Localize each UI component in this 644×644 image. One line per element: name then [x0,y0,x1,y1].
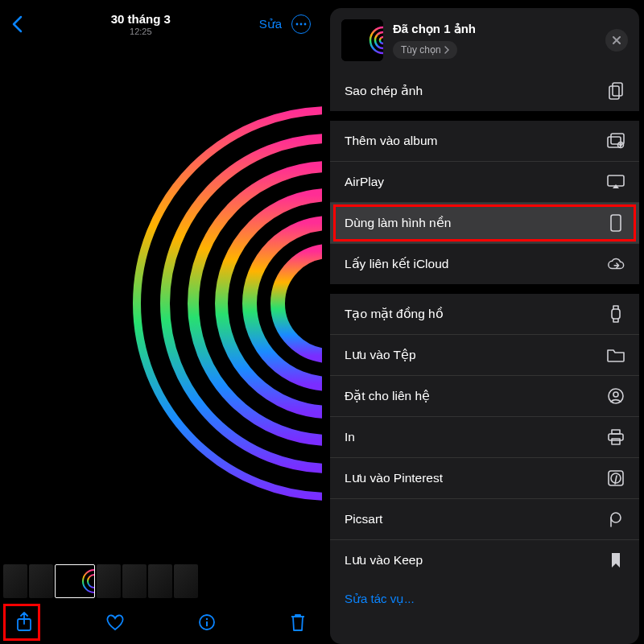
bookmark-icon [607,551,625,569]
sheet-title: Đã chọn 1 ảnh [393,22,596,36]
thumbnail[interactable] [97,564,121,598]
action-row[interactable]: Tạo mặt đồng hồ [330,294,639,334]
action-row[interactable]: Lưu vào Keep [330,539,639,580]
favorite-button[interactable] [105,611,125,634]
action-row[interactable]: AirPlay [330,161,639,202]
action-group: Sao chép ảnh [330,71,639,111]
action-row[interactable]: In [330,416,639,457]
action-label: Lưu vào Tệp [345,348,416,362]
action-group: Tạo mặt đồng hồLưu vào TệpĐặt cho liên h… [330,284,639,580]
thumbnail-selected[interactable] [55,564,95,598]
close-icon [612,35,621,45]
wallpaper-image [24,62,322,545]
svg-point-5 [205,618,207,620]
album-icon [607,132,625,150]
action-label: In [345,430,355,444]
svg-point-0 [296,23,299,26]
pinterest-icon [607,469,625,487]
action-group: Thêm vào albumAirPlayDùng làm hình nềnLấ… [330,111,639,284]
thumbnail[interactable] [148,564,172,598]
action-row[interactable]: Sao chép ảnh [330,71,639,111]
action-row[interactable]: Lưu vào Pinterest [330,457,639,498]
watch-icon [607,305,625,323]
back-button[interactable] [11,15,23,33]
action-label: Đặt cho liên hệ [345,389,430,403]
share-button[interactable] [14,611,34,634]
svg-rect-9 [609,86,619,99]
action-label: Sao chép ảnh [345,84,423,98]
svg-rect-7 [341,19,383,61]
picsart-icon [607,510,625,528]
svg-rect-15 [612,309,620,319]
delete-button[interactable] [288,611,308,634]
contact-icon [607,387,625,405]
action-label: Lưu vào Keep [345,553,423,568]
share-sheet: Đã chọn 1 ảnh Tùy chọn Sao chép ảnhThêm … [330,8,639,644]
action-row[interactable]: Thêm vào album [330,121,639,161]
svg-rect-6 [206,621,208,626]
action-row[interactable]: Dùng làm hình nền [330,202,639,243]
options-button[interactable]: Tùy chọn [393,41,457,59]
svg-point-1 [300,23,303,26]
svg-rect-20 [612,439,620,444]
folder-icon [607,346,625,364]
action-label: AirPlay [345,175,384,189]
more-button[interactable] [291,14,311,34]
thumbnail-strip[interactable] [0,562,322,601]
print-icon [607,428,625,446]
photo-time: 12:25 [23,27,259,36]
svg-rect-14 [611,215,621,231]
action-label: Thêm vào album [345,134,437,148]
action-label: Dùng làm hình nền [345,216,451,230]
copy-icon [607,82,625,100]
action-row[interactable]: Picsart [330,498,639,539]
action-label: Lưu vào Pinterest [345,471,443,485]
action-label: Picsart [345,512,382,526]
chevron-right-icon [444,46,449,54]
top-bar: 30 tháng 3 12:25 Sửa [0,0,322,45]
thumbnail[interactable] [29,564,53,598]
options-label: Tùy chọn [401,44,441,56]
top-right-controls: Sửa [259,14,311,34]
share-sheet-panel: Đã chọn 1 ảnh Tùy chọn Sao chép ảnhThêm … [322,0,644,644]
action-row[interactable]: Lấy liên kết iCloud [330,243,639,284]
sheet-header: Đã chọn 1 ảnh Tùy chọn [330,8,639,71]
svg-point-17 [613,392,618,397]
thumbnail[interactable] [122,564,147,598]
thumbnail[interactable] [174,564,198,598]
sheet-header-text: Đã chọn 1 ảnh Tùy chọn [393,22,596,59]
close-button[interactable] [605,29,628,52]
action-row[interactable]: Lưu vào Tệp [330,334,639,375]
photo-canvas[interactable] [0,45,322,562]
thumbnail[interactable] [3,564,27,598]
action-label: Tạo mặt đồng hồ [345,307,444,321]
svg-point-23 [611,513,621,522]
edit-button[interactable]: Sửa [259,17,282,31]
action-row[interactable]: Đặt cho liên hệ [330,375,639,416]
cloud-icon [607,255,625,273]
photo-viewer: 30 tháng 3 12:25 Sửa [0,0,322,644]
action-label: Lấy liên kết iCloud [345,257,448,271]
preview-thumbnail [341,19,383,61]
edit-actions-button[interactable]: Sửa tác vụ... [330,580,639,617]
photo-date: 30 tháng 3 [23,12,259,26]
svg-point-2 [304,23,307,26]
info-button[interactable] [197,611,217,634]
sheet-actions-list[interactable]: Sao chép ảnhThêm vào albumAirPlayDùng là… [330,71,639,644]
svg-rect-8 [613,83,622,96]
phone-icon [607,214,625,232]
bottom-toolbar [0,601,322,644]
title-area: 30 tháng 3 12:25 [23,12,259,36]
airplay-icon [607,173,625,191]
